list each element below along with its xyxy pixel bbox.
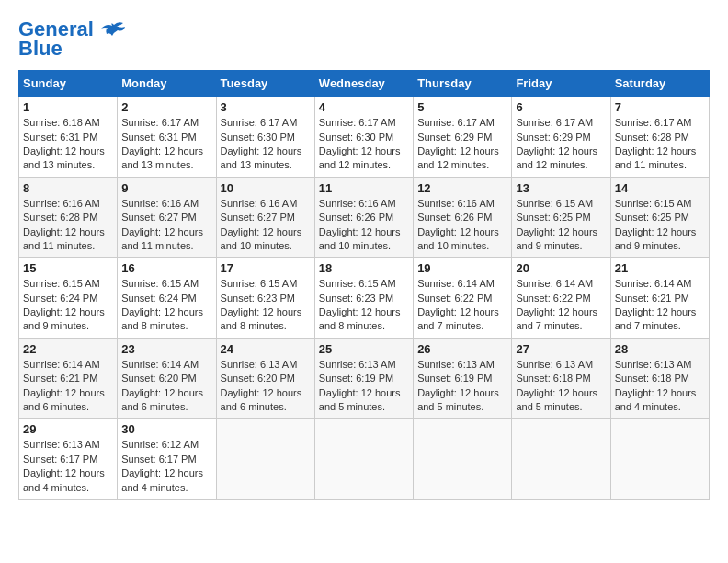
day-number: 30 bbox=[121, 422, 211, 436]
calendar-cell: 1 Sunrise: 6:18 AM Sunset: 6:31 PM Dayli… bbox=[19, 97, 118, 178]
logo: General Blue bbox=[18, 18, 127, 61]
calendar-cell: 3 Sunrise: 6:17 AM Sunset: 6:30 PM Dayli… bbox=[216, 97, 314, 178]
day-number: 27 bbox=[516, 342, 606, 356]
calendar-cell: 13 Sunrise: 6:15 AM Sunset: 6:25 PM Dayl… bbox=[512, 177, 610, 258]
day-info: Sunrise: 6:17 AM Sunset: 6:31 PM Dayligh… bbox=[121, 116, 211, 173]
day-info: Sunrise: 6:16 AM Sunset: 6:27 PM Dayligh… bbox=[121, 197, 211, 254]
weekday-header-monday: Monday bbox=[118, 71, 216, 97]
day-info: Sunrise: 6:15 AM Sunset: 6:25 PM Dayligh… bbox=[615, 197, 705, 254]
day-number: 16 bbox=[121, 261, 211, 275]
calendar-cell: 5 Sunrise: 6:17 AM Sunset: 6:29 PM Dayli… bbox=[414, 97, 512, 178]
day-info: Sunrise: 6:13 AM Sunset: 6:17 PM Dayligh… bbox=[23, 438, 113, 495]
calendar-cell: 22 Sunrise: 6:14 AM Sunset: 6:21 PM Dayl… bbox=[19, 338, 118, 419]
day-info: Sunrise: 6:13 AM Sunset: 6:19 PM Dayligh… bbox=[417, 358, 507, 415]
day-number: 23 bbox=[121, 342, 211, 356]
day-number: 19 bbox=[417, 261, 507, 275]
day-info: Sunrise: 6:15 AM Sunset: 6:23 PM Dayligh… bbox=[221, 277, 311, 334]
calendar-cell: 17 Sunrise: 6:15 AM Sunset: 6:23 PM Dayl… bbox=[216, 258, 314, 339]
calendar-cell: 11 Sunrise: 6:16 AM Sunset: 6:26 PM Dayl… bbox=[314, 177, 413, 258]
calendar-cell: 10 Sunrise: 6:16 AM Sunset: 6:27 PM Dayl… bbox=[216, 177, 314, 258]
calendar-table: SundayMondayTuesdayWednesdayThursdayFrid… bbox=[18, 70, 710, 500]
day-number: 13 bbox=[516, 181, 606, 195]
day-number: 10 bbox=[221, 181, 311, 195]
calendar-cell: 9 Sunrise: 6:16 AM Sunset: 6:27 PM Dayli… bbox=[118, 177, 216, 258]
weekday-header-tuesday: Tuesday bbox=[216, 71, 314, 97]
day-info: Sunrise: 6:13 AM Sunset: 6:20 PM Dayligh… bbox=[221, 358, 311, 415]
day-number: 3 bbox=[221, 100, 311, 114]
day-info: Sunrise: 6:13 AM Sunset: 6:18 PM Dayligh… bbox=[516, 358, 606, 415]
day-number: 21 bbox=[615, 261, 705, 275]
day-info: Sunrise: 6:14 AM Sunset: 6:20 PM Dayligh… bbox=[121, 358, 211, 415]
calendar-cell bbox=[512, 419, 610, 500]
day-number: 17 bbox=[221, 261, 311, 275]
day-number: 4 bbox=[319, 100, 409, 114]
day-number: 28 bbox=[615, 342, 705, 356]
calendar-cell: 15 Sunrise: 6:15 AM Sunset: 6:24 PM Dayl… bbox=[19, 258, 118, 339]
calendar-cell: 25 Sunrise: 6:13 AM Sunset: 6:19 PM Dayl… bbox=[314, 338, 413, 419]
calendar-cell: 29 Sunrise: 6:13 AM Sunset: 6:17 PM Dayl… bbox=[19, 419, 118, 500]
day-number: 8 bbox=[23, 181, 113, 195]
calendar-cell: 26 Sunrise: 6:13 AM Sunset: 6:19 PM Dayl… bbox=[414, 338, 512, 419]
day-number: 15 bbox=[23, 261, 113, 275]
calendar-cell bbox=[314, 419, 413, 500]
day-info: Sunrise: 6:14 AM Sunset: 6:21 PM Dayligh… bbox=[615, 277, 705, 334]
weekday-header-friday: Friday bbox=[512, 71, 610, 97]
weekday-header-sunday: Sunday bbox=[19, 71, 118, 97]
day-number: 14 bbox=[615, 181, 705, 195]
calendar-cell: 19 Sunrise: 6:14 AM Sunset: 6:22 PM Dayl… bbox=[414, 258, 512, 339]
day-number: 9 bbox=[121, 181, 211, 195]
day-number: 29 bbox=[23, 422, 113, 436]
day-info: Sunrise: 6:14 AM Sunset: 6:22 PM Dayligh… bbox=[516, 277, 606, 334]
day-info: Sunrise: 6:17 AM Sunset: 6:28 PM Dayligh… bbox=[615, 116, 705, 173]
day-info: Sunrise: 6:13 AM Sunset: 6:19 PM Dayligh… bbox=[319, 358, 409, 415]
day-number: 2 bbox=[121, 100, 211, 114]
day-info: Sunrise: 6:15 AM Sunset: 6:24 PM Dayligh… bbox=[121, 277, 211, 334]
day-info: Sunrise: 6:17 AM Sunset: 6:30 PM Dayligh… bbox=[221, 116, 311, 173]
day-number: 26 bbox=[417, 342, 507, 356]
weekday-header-saturday: Saturday bbox=[610, 71, 709, 97]
day-info: Sunrise: 6:16 AM Sunset: 6:26 PM Dayligh… bbox=[417, 197, 507, 254]
day-number: 24 bbox=[221, 342, 311, 356]
calendar-cell bbox=[610, 419, 709, 500]
calendar-cell: 8 Sunrise: 6:16 AM Sunset: 6:28 PM Dayli… bbox=[19, 177, 118, 258]
day-info: Sunrise: 6:12 AM Sunset: 6:17 PM Dayligh… bbox=[121, 438, 211, 495]
calendar-cell bbox=[414, 419, 512, 500]
week-row-4: 22 Sunrise: 6:14 AM Sunset: 6:21 PM Dayl… bbox=[19, 338, 710, 419]
logo-blue: Blue bbox=[18, 37, 63, 61]
week-row-5: 29 Sunrise: 6:13 AM Sunset: 6:17 PM Dayl… bbox=[19, 419, 710, 500]
calendar-cell: 16 Sunrise: 6:15 AM Sunset: 6:24 PM Dayl… bbox=[118, 258, 216, 339]
day-number: 1 bbox=[23, 100, 113, 114]
day-number: 11 bbox=[319, 181, 409, 195]
day-info: Sunrise: 6:16 AM Sunset: 6:26 PM Dayligh… bbox=[319, 197, 409, 254]
day-info: Sunrise: 6:16 AM Sunset: 6:27 PM Dayligh… bbox=[221, 197, 311, 254]
day-number: 7 bbox=[615, 100, 705, 114]
day-info: Sunrise: 6:14 AM Sunset: 6:22 PM Dayligh… bbox=[417, 277, 507, 334]
calendar-cell: 24 Sunrise: 6:13 AM Sunset: 6:20 PM Dayl… bbox=[216, 338, 314, 419]
day-info: Sunrise: 6:17 AM Sunset: 6:29 PM Dayligh… bbox=[516, 116, 606, 173]
calendar-cell bbox=[216, 419, 314, 500]
calendar-cell: 18 Sunrise: 6:15 AM Sunset: 6:23 PM Dayl… bbox=[314, 258, 413, 339]
week-row-1: 1 Sunrise: 6:18 AM Sunset: 6:31 PM Dayli… bbox=[19, 97, 710, 178]
day-info: Sunrise: 6:13 AM Sunset: 6:18 PM Dayligh… bbox=[615, 358, 705, 415]
day-info: Sunrise: 6:15 AM Sunset: 6:24 PM Dayligh… bbox=[23, 277, 113, 334]
calendar-cell: 30 Sunrise: 6:12 AM Sunset: 6:17 PM Dayl… bbox=[118, 419, 216, 500]
day-info: Sunrise: 6:15 AM Sunset: 6:25 PM Dayligh… bbox=[516, 197, 606, 254]
day-info: Sunrise: 6:16 AM Sunset: 6:28 PM Dayligh… bbox=[23, 197, 113, 254]
weekday-header-wednesday: Wednesday bbox=[314, 71, 413, 97]
day-info: Sunrise: 6:17 AM Sunset: 6:29 PM Dayligh… bbox=[417, 116, 507, 173]
bird-icon bbox=[101, 21, 127, 40]
calendar-cell: 4 Sunrise: 6:17 AM Sunset: 6:30 PM Dayli… bbox=[314, 97, 413, 178]
calendar-cell: 27 Sunrise: 6:13 AM Sunset: 6:18 PM Dayl… bbox=[512, 338, 610, 419]
calendar-cell: 2 Sunrise: 6:17 AM Sunset: 6:31 PM Dayli… bbox=[118, 97, 216, 178]
week-row-2: 8 Sunrise: 6:16 AM Sunset: 6:28 PM Dayli… bbox=[19, 177, 710, 258]
weekday-header-row: SundayMondayTuesdayWednesdayThursdayFrid… bbox=[19, 71, 710, 97]
day-info: Sunrise: 6:14 AM Sunset: 6:21 PM Dayligh… bbox=[23, 358, 113, 415]
calendar-cell: 7 Sunrise: 6:17 AM Sunset: 6:28 PM Dayli… bbox=[610, 97, 709, 178]
day-number: 22 bbox=[23, 342, 113, 356]
day-info: Sunrise: 6:15 AM Sunset: 6:23 PM Dayligh… bbox=[319, 277, 409, 334]
calendar-cell: 21 Sunrise: 6:14 AM Sunset: 6:21 PM Dayl… bbox=[610, 258, 709, 339]
day-number: 5 bbox=[417, 100, 507, 114]
day-number: 18 bbox=[319, 261, 409, 275]
calendar-cell: 20 Sunrise: 6:14 AM Sunset: 6:22 PM Dayl… bbox=[512, 258, 610, 339]
calendar-cell: 14 Sunrise: 6:15 AM Sunset: 6:25 PM Dayl… bbox=[610, 177, 709, 258]
